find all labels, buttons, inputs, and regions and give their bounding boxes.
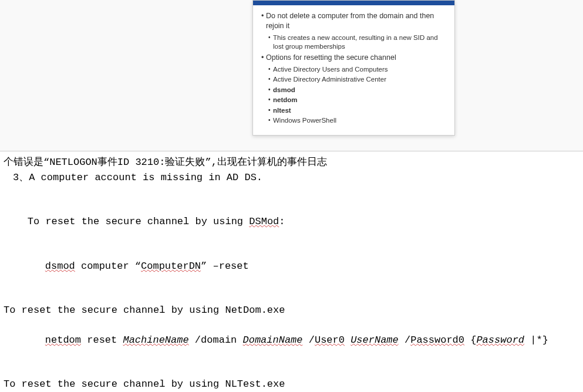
command-line: dsmod computer “ComputerDN” –reset: [4, 244, 579, 289]
slide-bullet: Windows PowerShell: [261, 116, 446, 126]
slide-preview-area: Do not delete a computer from the domain…: [0, 0, 583, 151]
spellcheck-word: dsmod: [45, 261, 75, 272]
text: [345, 334, 351, 346]
spellcheck-word: User0: [315, 334, 345, 346]
text: /domain: [189, 334, 243, 346]
text: {: [464, 334, 476, 346]
slide-bullet: netdom: [261, 96, 446, 105]
spellcheck-word: netdom: [45, 334, 81, 346]
text: ” –reset: [201, 261, 249, 272]
text: To reset the secure channel by using: [28, 216, 249, 227]
slide-bullet: nltest: [261, 106, 446, 116]
slide-bullet: Do not delete a computer from the domain…: [261, 11, 446, 31]
spellcheck-word: MachineName: [123, 334, 188, 346]
section-heading: To reset the secure channel by using DSM…: [4, 199, 579, 244]
slide-bullet: Options for resetting the secure channel: [261, 53, 446, 63]
section-heading: To reset the secure channel by using Net…: [4, 303, 579, 318]
spellcheck-word: UserName: [351, 334, 399, 346]
slide-body: Do not delete a computer from the domain…: [253, 5, 454, 135]
slide-bullet: Active Directory Administrative Center: [261, 75, 446, 85]
spellcheck-word: DomainName: [243, 334, 303, 346]
slide-bullet: dsmod: [261, 86, 446, 95]
slide-title-bar: [253, 1, 454, 5]
section-heading: To reset the secure channel by using NLT…: [4, 377, 579, 392]
text: |*}: [524, 334, 548, 346]
spellcheck-word: ComputerDN: [141, 261, 201, 272]
slide-thumbnail: Do not delete a computer from the domain…: [252, 0, 455, 136]
spellcheck-word: Password: [476, 334, 524, 346]
text: /: [303, 334, 315, 346]
document-body[interactable]: 个错误是“NETLOGON事件ID 3210:验证失败”,出现在计算机的事件日志…: [0, 151, 583, 392]
command-line: netdom reset MachineName /domain DomainN…: [4, 318, 579, 363]
spellcheck-word: Password0: [410, 334, 464, 346]
text: :: [279, 216, 285, 227]
text-line: 个错误是“NETLOGON事件ID 3210:验证失败”,出现在计算机的事件日志: [4, 155, 579, 170]
slide-bullet: This creates a new account, resulting in…: [261, 33, 446, 52]
text-line: 3、A computer account is missing in AD DS…: [4, 170, 579, 185]
text: /: [399, 334, 410, 346]
text: computer “: [75, 261, 141, 272]
slide-bullet: Active Directory Users and Computers: [261, 65, 446, 75]
spellcheck-word: DSMod: [249, 216, 279, 227]
text: reset: [81, 334, 123, 346]
